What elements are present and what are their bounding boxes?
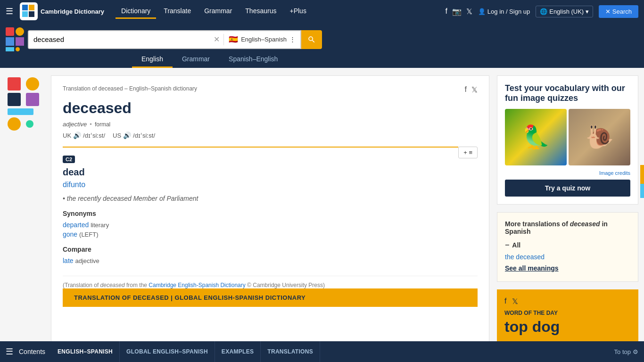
shape-blue <box>6 37 14 46</box>
compare-title: Compare <box>63 246 478 253</box>
tab-grammar[interactable]: Grammar <box>173 51 219 68</box>
us-speaker-icon[interactable]: 🔊 <box>123 132 131 139</box>
breadcrumb: Translation of deceased – English–Spanis… <box>63 85 478 92</box>
part-of-speech: adjective <box>63 121 87 128</box>
compare-section: Compare late adjective <box>63 246 478 264</box>
shape-red <box>6 27 14 36</box>
top-nav-right: f 📷 𝕏 👤 Log in / Sign up 🌐 English (UK) … <box>445 5 638 18</box>
nav-dictionary[interactable]: Dictionary <box>116 4 156 19</box>
left-shape-2 <box>26 77 39 90</box>
wotd-facebook-icon[interactable]: f <box>504 297 506 306</box>
compare-tag-adjective: adjective <box>75 257 99 264</box>
flag-icon: 🇪🇸 <box>229 35 238 44</box>
compare-late: late adjective <box>63 257 478 264</box>
social-icons: f 📷 𝕏 <box>445 7 472 16</box>
center-content: f 𝕏 Translation of deceased – English–Sp… <box>51 75 489 343</box>
wotd-word[interactable]: top dog <box>504 318 631 336</box>
us-pronunciation[interactable]: US 🔊 /dɪˈsiːst/ <box>113 132 155 139</box>
synonyms-section: Synonyms departed literary gone (LEFT) <box>63 210 478 238</box>
search-button[interactable]: ✕ Search <box>599 5 638 18</box>
breadcrumb-row: f 𝕏 Translation of deceased – English–Sp… <box>63 85 478 99</box>
instagram-icon[interactable]: 📷 <box>452 7 462 16</box>
word-meta: adjective • formal <box>63 121 478 128</box>
left-shape-5 <box>8 108 33 115</box>
right-sidebar: Test your vocabulary with our fun image … <box>497 75 638 343</box>
left-shape-3 <box>8 93 21 106</box>
uk-label: UK <box>63 132 71 139</box>
search-input[interactable] <box>29 31 210 48</box>
wotd-label: WORD OF THE DAY <box>504 310 631 316</box>
more-translations-title: More translations of deceased in Spanish <box>505 220 630 235</box>
synonym-gone: gone (LEFT) <box>63 230 478 238</box>
bottom-bar: ☰ Contents ENGLISH–SPANISH GLOBAL ENGLIS… <box>0 341 644 351</box>
trans-link-the-deceased[interactable]: the deceased <box>505 253 630 261</box>
translation-spanish: difunto <box>63 181 478 189</box>
search-submit-button[interactable] <box>301 30 322 49</box>
bottom-right: To top ⚙ <box>614 348 638 351</box>
facebook-icon[interactable]: f <box>445 7 447 16</box>
left-shapes <box>6 75 43 132</box>
facebook-share-icon[interactable]: f <box>465 85 467 94</box>
bottom-hamburger-icon[interactable]: ☰ <box>6 346 13 351</box>
hamburger-menu[interactable]: ☰ <box>6 6 13 16</box>
quiz-image-snail: 🐌 <box>569 109 630 165</box>
nav-plus[interactable]: +Plus <box>284 4 312 19</box>
nav-translate[interactable]: Translate <box>158 4 197 19</box>
bottom-tab-translations[interactable]: TRANSLATIONS <box>261 341 320 351</box>
parrot-icon: 🦜 <box>522 124 550 150</box>
quiz-title: Test your vocabulary with our fun image … <box>505 83 630 103</box>
language-selector[interactable]: 🌐 English (UK) ▾ <box>536 6 593 17</box>
bottom-contents-label[interactable]: Contents <box>19 348 45 351</box>
nav-grammar[interactable]: Grammar <box>198 4 238 19</box>
synonym-link-departed[interactable]: departed <box>63 221 89 229</box>
divider-line <box>63 147 458 148</box>
bottom-translation-banner: TRANSLATION OF deceased | GLOBAL ENGLISH… <box>63 288 478 307</box>
left-shape-6 <box>8 117 21 131</box>
clear-search-icon[interactable]: ✕ <box>210 35 223 44</box>
login-button[interactable]: 👤 Log in / Sign up <box>478 8 530 15</box>
word-of-the-day-box: f 𝕏 WORD OF THE DAY top dog <box>497 289 638 343</box>
tab-spanish-english[interactable]: Spanish–English <box>219 51 287 68</box>
us-phonetic: /dɪˈsiːst/ <box>133 132 155 139</box>
shape-orange <box>16 27 24 36</box>
word-headword: deceased <box>63 99 478 117</box>
level-badge: C2 <box>63 156 75 163</box>
synonym-link-gone[interactable]: gone <box>63 230 77 238</box>
left-shape-7 <box>26 120 33 128</box>
add-to-list-button[interactable]: + ≡ <box>458 147 478 158</box>
all-toggle[interactable]: − All <box>505 241 630 249</box>
quiz-box: Test your vocabulary with our fun image … <box>497 75 638 205</box>
image-credits[interactable]: Image credits <box>505 170 630 176</box>
twitter-icon[interactable]: 𝕏 <box>466 7 472 16</box>
register-tag: formal <box>95 121 110 128</box>
uk-pronunciation[interactable]: UK 🔊 /dɪˈsiːst/ <box>63 132 105 139</box>
source-link[interactable]: Cambridge English-Spanish Dictionary <box>149 282 245 288</box>
compare-link-late[interactable]: late <box>63 257 74 264</box>
to-top-button[interactable]: To top ⚙ <box>614 348 638 351</box>
tab-english[interactable]: English <box>132 51 173 68</box>
uk-speaker-icon[interactable]: 🔊 <box>73 132 81 139</box>
search-bar-row: ✕ 🇪🇸 English–Spanish ⋮ <box>0 23 644 51</box>
main-layout: f 𝕏 Translation of deceased – English–Sp… <box>0 68 644 351</box>
bottom-tabs: ENGLISH–SPANISH GLOBAL ENGLISH–SPANISH E… <box>51 341 609 351</box>
to-top-icon: ⚙ <box>633 348 638 351</box>
wotd-twitter-icon[interactable]: 𝕏 <box>512 297 518 306</box>
try-quiz-button[interactable]: Try a quiz now <box>505 180 630 197</box>
shape-cyan <box>6 47 14 51</box>
language-pair-selector[interactable]: 🇪🇸 English–Spanish ⋮ <box>224 31 300 48</box>
logo[interactable]: Cambridge Dictionary <box>20 2 104 20</box>
twitter-share-icon[interactable]: 𝕏 <box>471 85 478 94</box>
bottom-tab-global-english-spanish[interactable]: GLOBAL ENGLISH–SPANISH <box>120 341 215 351</box>
nav-thesaurus[interactable]: Thesaurus <box>239 4 282 19</box>
svg-rect-2 <box>22 11 28 17</box>
wotd-social: f 𝕏 <box>504 297 631 306</box>
options-icon[interactable]: ⋮ <box>289 36 296 43</box>
see-all-meanings-link[interactable]: See all meanings <box>505 264 630 272</box>
secondary-nav-tabs: English Grammar Spanish–English <box>132 51 287 68</box>
bottom-tab-examples[interactable]: EXAMPLES <box>215 341 261 351</box>
logo-icon <box>20 2 38 20</box>
quiz-images: 🦜 🐌 <box>505 109 630 165</box>
synonym-tag-left: (LEFT) <box>79 231 98 238</box>
bottom-tab-english-spanish[interactable]: ENGLISH–SPANISH <box>51 341 120 351</box>
synonym-departed: departed literary <box>63 221 478 229</box>
